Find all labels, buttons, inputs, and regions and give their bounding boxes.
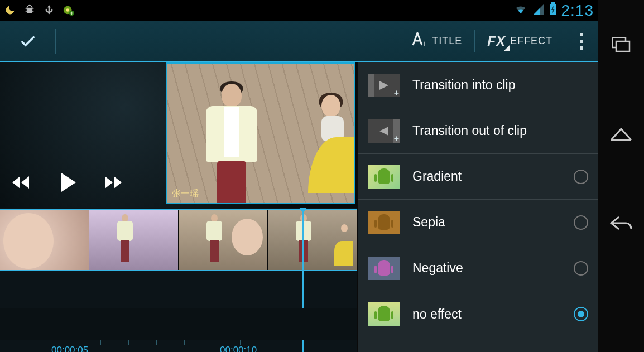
ruler-tick: 00:00:10 bbox=[220, 345, 257, 352]
overflow-menu-button[interactable] bbox=[565, 33, 598, 50]
radio-button[interactable] bbox=[574, 170, 588, 184]
time-ruler: 00:00:05 00:00:10 bbox=[0, 345, 357, 352]
timeline-clip[interactable] bbox=[0, 210, 89, 270]
radio-button[interactable] bbox=[574, 215, 588, 230]
system-nav-bar bbox=[598, 0, 644, 352]
effect-thumb-icon bbox=[368, 211, 400, 234]
effects-panel: Transition into clip Transition out of c… bbox=[357, 62, 598, 352]
clock-text: 2:13 bbox=[561, 2, 594, 20]
wifi-icon bbox=[513, 2, 528, 20]
item-label: no effect bbox=[412, 307, 561, 322]
svg-rect-12 bbox=[616, 41, 629, 51]
item-label: Gradient bbox=[412, 169, 561, 184]
recent-apps-button[interactable] bbox=[604, 33, 638, 56]
title-icon: + bbox=[411, 32, 427, 50]
fast-forward-button[interactable] bbox=[104, 174, 126, 193]
signal-icon bbox=[532, 2, 545, 20]
effect-tool-button[interactable]: FX EFFECT bbox=[475, 29, 565, 54]
preview-video[interactable]: 张一瑶 bbox=[166, 62, 355, 204]
usb-icon bbox=[44, 3, 55, 18]
item-label: Negative bbox=[412, 261, 561, 276]
timeline-clips[interactable] bbox=[0, 209, 357, 271]
timeline-clip[interactable] bbox=[89, 210, 179, 270]
title-tool-button[interactable]: + TITLE bbox=[398, 29, 474, 54]
transition-into-clip-item[interactable]: Transition into clip bbox=[358, 62, 598, 108]
preview-caption: 张一瑶 bbox=[172, 188, 199, 200]
play-button[interactable] bbox=[59, 172, 78, 195]
item-label: Transition into clip bbox=[412, 78, 588, 93]
timeline-clip[interactable] bbox=[268, 210, 357, 270]
preview-area: 张一瑶 bbox=[0, 62, 357, 208]
ruler-tick: 00:00:05 bbox=[51, 345, 88, 352]
effect-thumb-icon bbox=[368, 257, 400, 280]
radio-button[interactable] bbox=[574, 261, 588, 276]
svg-rect-9 bbox=[551, 2, 555, 4]
title-label: TITLE bbox=[432, 35, 462, 47]
transition-in-icon bbox=[368, 74, 400, 97]
transition-out-icon bbox=[368, 119, 400, 143]
item-label: Transition out of clip bbox=[412, 123, 588, 138]
svg-rect-0 bbox=[27, 8, 32, 13]
home-button[interactable] bbox=[604, 123, 638, 145]
effect-thumb-icon bbox=[368, 165, 400, 189]
effect-thumb-icon bbox=[368, 302, 400, 326]
effect-sepia-item[interactable]: Sepia bbox=[358, 200, 598, 245]
transition-out-of-clip-item[interactable]: Transition out of clip bbox=[358, 108, 598, 154]
battery-charging-icon bbox=[549, 2, 557, 20]
back-button[interactable] bbox=[604, 212, 638, 234]
radio-button[interactable] bbox=[574, 307, 588, 321]
app-status-icon bbox=[63, 4, 75, 18]
effect-no-effect-item[interactable]: no effect bbox=[358, 291, 598, 337]
svg-text:+: + bbox=[422, 39, 427, 47]
effect-negative-item[interactable]: Negative bbox=[358, 245, 598, 291]
timeline[interactable]: 00:00:05 00:00:10 bbox=[0, 209, 357, 352]
effect-gradient-item[interactable]: Gradient bbox=[358, 154, 598, 200]
timeline-clip[interactable] bbox=[179, 210, 268, 270]
action-bar: + TITLE FX EFFECT bbox=[0, 21, 598, 62]
android-debug-icon bbox=[23, 4, 36, 18]
effect-label: EFFECT bbox=[510, 35, 552, 47]
status-bar: 2:13 bbox=[0, 0, 598, 21]
audio-track[interactable] bbox=[0, 308, 357, 340]
done-button[interactable] bbox=[0, 29, 56, 54]
fx-icon: FX bbox=[487, 33, 506, 49]
item-label: Sepia bbox=[412, 215, 561, 230]
moon-icon bbox=[4, 4, 16, 17]
rewind-button[interactable] bbox=[11, 174, 33, 193]
svg-point-6 bbox=[66, 8, 69, 12]
